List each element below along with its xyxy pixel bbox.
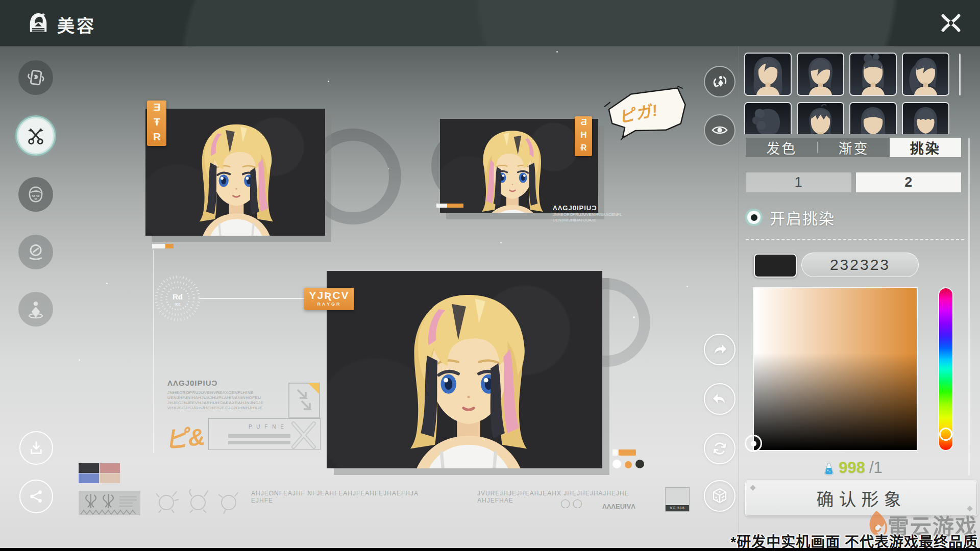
indicator-bar — [619, 449, 636, 456]
sidebar-item-makeup[interactable] — [18, 235, 53, 269]
deco-line: VHXJCCJHJJDHJHEHEHJECJDJOHNHJHXJE — [167, 406, 285, 411]
grid-scrollbar[interactable] — [959, 54, 961, 95]
hex-color-input[interactable]: 232323 — [801, 253, 919, 277]
deco-vg-label: VG 516 — [666, 505, 689, 511]
page-dot[interactable] — [612, 460, 621, 468]
currency-capacity: /1 — [869, 459, 883, 477]
palette-swatch — [100, 463, 120, 473]
undo-button[interactable] — [704, 383, 736, 415]
tab-gradient[interactable]: 渐变 — [818, 138, 889, 157]
pose-icon — [26, 299, 45, 319]
connector-line — [199, 298, 304, 299]
panel-divider — [739, 46, 739, 548]
current-color-swatch[interactable] — [754, 254, 797, 278]
character-beauty-screen: 美容 — [0, 0, 980, 551]
enable-highlight-radio[interactable]: 开启挑染 — [747, 208, 835, 227]
randomize-button[interactable] — [704, 480, 736, 512]
hairstyle-thumb-2[interactable] — [797, 53, 844, 96]
page-dot[interactable] — [635, 460, 644, 468]
palette-swatch — [79, 463, 99, 473]
deco-vg-box: VG 516 — [665, 487, 690, 512]
preview-main — [327, 271, 602, 468]
hairstyle-grid — [744, 53, 961, 134]
confirm-label: 确认形象 — [817, 486, 906, 511]
sidebar-item-face[interactable] — [18, 177, 53, 212]
panel-scrollbar[interactable] — [968, 138, 970, 475]
sidebar-item-style-card[interactable] — [18, 60, 53, 95]
hue-slider[interactable] — [938, 287, 953, 451]
currency-amount: 998 — [839, 459, 865, 477]
deco-circles: ◯ ◯ — [560, 498, 582, 509]
deco-doodles — [152, 487, 244, 514]
deco-strip-text: AHJEONFEAJHF NFJEAHFEAHJFEAHFEJHAEFHJA E… — [251, 490, 440, 504]
share-pose-button[interactable] — [704, 334, 736, 365]
deco-heading: ΛΛGJ0IPIUƆ — [167, 379, 285, 387]
radio-circle[interactable] — [747, 211, 761, 224]
page-dot[interactable] — [625, 461, 632, 468]
sidebar-item-pose[interactable] — [18, 292, 53, 327]
progress-bar — [436, 204, 463, 208]
share-button[interactable] — [19, 480, 53, 513]
highlight-slot-selector: 1 2 — [746, 172, 961, 192]
eye-icon — [710, 121, 729, 139]
style-card-icon — [26, 68, 45, 87]
page-title: 美容 — [57, 12, 96, 37]
rotate-character-icon — [711, 73, 728, 90]
tab-hair-color[interactable]: 发色 — [746, 138, 817, 157]
toggle-ui-visibility-button[interactable] — [704, 114, 736, 146]
progress-bar — [152, 244, 174, 248]
saturation-value-picker[interactable] — [753, 287, 918, 451]
palette-swatch — [79, 473, 99, 483]
radio-dot — [751, 214, 757, 221]
undo-arrow-icon — [712, 391, 728, 407]
currency-row: 998/1 — [741, 459, 965, 477]
sparkle — [388, 168, 389, 169]
forward-arrow-icon — [712, 341, 728, 358]
deco-line: JNHEOROPRUJUVENVREAXCENFLHINB — [167, 390, 285, 395]
sparkle — [328, 81, 329, 82]
radio-label: 开启挑染 — [770, 206, 835, 229]
deco-glyph: ΛΛΛEUIVΛ — [602, 503, 635, 510]
hairstyle-thumb-3[interactable] — [849, 53, 897, 96]
hairstyle-thumb-6[interactable] — [797, 102, 844, 134]
letterbox-bar — [0, 548, 980, 551]
caption-line: UENJHFJNIHAHJUAJE — [553, 217, 614, 223]
sparkle — [106, 283, 108, 284]
highlight-slot-1[interactable]: 1 — [746, 172, 851, 192]
sparkle — [79, 359, 80, 361]
caption-heading: ΛΛGJ0IPIUƆ — [553, 204, 614, 212]
hue-slider-handle[interactable] — [939, 428, 952, 441]
preview-front-tag: ƎŦR — [147, 101, 166, 146]
sidebar-item-hairstyle[interactable] — [18, 118, 53, 153]
download-button[interactable] — [19, 431, 53, 465]
hairstyle-thumb-1[interactable] — [744, 53, 792, 96]
hairstyle-thumb-7[interactable] — [849, 102, 897, 134]
color-palette — [79, 463, 120, 483]
main-preview-label: YJƦCV RΛYGR — [304, 288, 354, 310]
highlight-slot-2[interactable]: 2 — [856, 172, 962, 192]
face-icon — [26, 185, 45, 204]
palette-swatch — [100, 473, 120, 483]
makeup-mirror-icon — [26, 242, 45, 262]
share-icon — [29, 489, 44, 504]
svg-text:Rd: Rd — [173, 292, 183, 301]
main-label-line2: RΛYGR — [304, 302, 354, 307]
sparkle — [500, 242, 502, 243]
hair-color-tabs: 发色 渐变 挑染 — [746, 138, 961, 157]
reset-button[interactable] — [704, 433, 736, 464]
rotate-character-button[interactable] — [704, 66, 736, 97]
sv-picker-cursor[interactable] — [745, 435, 762, 452]
svg-text:001: 001 — [175, 303, 181, 306]
tab-highlight[interactable]: 挑染 — [890, 138, 961, 157]
speech-bubble: ピガ! — [601, 83, 693, 146]
hairstyle-thumb-8[interactable] — [902, 102, 949, 134]
deco-arrows — [288, 383, 321, 449]
sparkle — [633, 316, 635, 318]
collapse-expand-icon[interactable] — [938, 10, 964, 36]
download-icon — [29, 440, 44, 456]
section-divider — [746, 239, 964, 240]
main-label-line1: YJƦCV — [304, 289, 354, 302]
hairstyle-thumb-4[interactable] — [902, 53, 949, 96]
hairstyle-thumb-5[interactable] — [744, 102, 792, 134]
sparkle — [687, 286, 688, 287]
